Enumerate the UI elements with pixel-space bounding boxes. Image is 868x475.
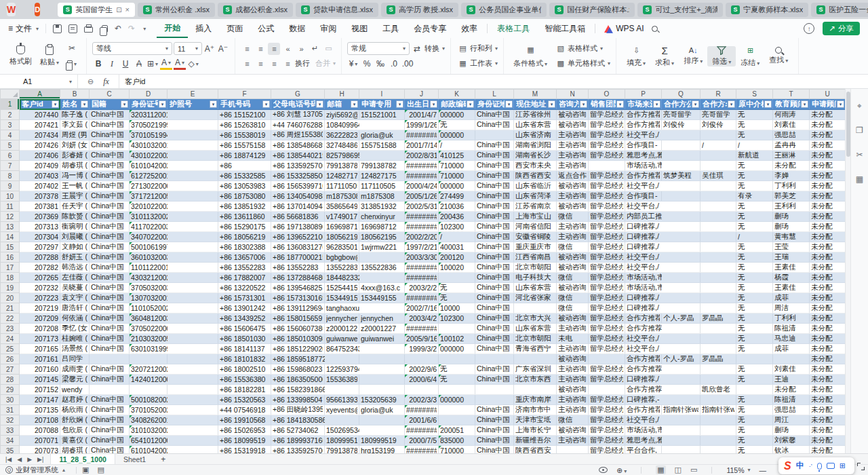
cell[interactable]: 留学总经办 <box>589 110 625 120</box>
cell[interactable]: China中国 <box>90 232 130 242</box>
row-header[interactable]: 28 <box>1 375 20 385</box>
cell[interactable]: China中国 <box>90 405 130 415</box>
cell[interactable]: +86 1580156591 <box>271 314 325 324</box>
cell[interactable]: 合作方推荐 <box>625 120 662 130</box>
cell[interactable] <box>662 334 701 344</box>
cell[interactable]: 无 <box>736 212 773 222</box>
row-header[interactable]: 1 <box>1 99 20 110</box>
cell[interactable] <box>167 212 218 222</box>
cell[interactable]: 左佳薇 (女 <box>60 273 90 283</box>
cell[interactable]: 被动咨询 <box>557 314 589 324</box>
cell[interactable]: 无 <box>736 181 773 191</box>
cell[interactable]: +86 1565399710 <box>271 181 325 191</box>
cell[interactable]: 710000 <box>439 446 475 454</box>
indent-decrease-icon[interactable]: « <box>281 43 294 55</box>
cell[interactable]: 207381 <box>20 202 60 212</box>
cell[interactable]: 蒯玚 <box>773 425 810 436</box>
font-size-select[interactable]: 11▾ <box>174 42 202 55</box>
cell[interactable]: China中国 <box>90 324 130 334</box>
cell[interactable]: 180999519 <box>325 436 359 446</box>
cell[interactable]: +86 15263810 <box>218 120 271 130</box>
cut-button[interactable]: ✂ <box>66 42 78 54</box>
cell[interactable] <box>359 120 405 130</box>
cell[interactable]: 有录 <box>736 191 773 202</box>
cell[interactable]: 无 <box>736 436 773 446</box>
strikethrough-button[interactable]: A <box>133 58 145 70</box>
row-header[interactable]: 10 <box>1 191 20 202</box>
cell[interactable] <box>475 385 514 395</box>
cell[interactable]: China中国 <box>90 263 130 273</box>
cell[interactable]: +86 1899937166 <box>271 436 325 446</box>
cell[interactable]: +86 1339985047 <box>271 395 325 405</box>
cell[interactable]: +86 1395468251 <box>271 283 325 293</box>
cell[interactable]: 207406 <box>20 151 60 161</box>
cell[interactable]: China中国 <box>90 120 130 130</box>
cell[interactable]: 主动咨询 <box>557 364 589 375</box>
cell[interactable]: 丁利利 <box>773 181 810 191</box>
cell[interactable]: +86 18182281 <box>218 385 271 395</box>
cell[interactable]: 陈子逸 (男 <box>60 110 90 120</box>
row-header[interactable]: 32 <box>1 415 20 425</box>
insert-function-icon[interactable]: fx <box>103 77 109 87</box>
cell[interactable]: 留学总经办 <box>589 425 625 436</box>
cell[interactable] <box>167 293 218 303</box>
cell[interactable] <box>662 252 701 263</box>
cell[interactable]: / <box>736 232 773 242</box>
cell[interactable]: 留学总经办 <box>589 446 625 454</box>
cell[interactable]: 无 <box>439 293 475 303</box>
cell[interactable] <box>167 436 218 446</box>
cell[interactable]: 未分配 <box>810 364 846 375</box>
cell[interactable]: +86 15536380 <box>218 375 271 385</box>
merge-button[interactable]: 合并 <box>315 58 330 69</box>
cell[interactable]: chenxinyur <box>359 212 405 222</box>
cell[interactable]: China中国 <box>90 314 130 324</box>
column-letter-header[interactable]: T <box>773 90 810 99</box>
cell[interactable]: 新航道 <box>736 151 773 161</box>
cell[interactable]: 15536389 <box>325 375 359 385</box>
cell[interactable]: 主动咨询 <box>557 436 589 446</box>
cell[interactable]: +86 13552283 <box>218 263 271 273</box>
cell[interactable] <box>662 212 701 222</box>
cell[interactable]: 合作方推荐 <box>625 110 662 120</box>
filter-button[interactable]: ▾ <box>81 100 88 108</box>
filter-button[interactable]: ▾ <box>801 100 808 108</box>
ime-language-toggle[interactable]: 中 <box>796 460 804 472</box>
filter-button[interactable]: ▾ <box>159 100 166 108</box>
cell[interactable]: +86 1841830586 <box>271 415 325 425</box>
column-letter-header[interactable]: J <box>405 90 439 99</box>
cell[interactable]: 王素佳 <box>773 283 810 293</box>
cell[interactable]: 周煜 (男) <box>60 130 90 140</box>
cell[interactable] <box>167 314 218 324</box>
row-header[interactable]: 30 <box>1 395 20 405</box>
cell[interactable]: 罗晶晶 <box>701 354 736 364</box>
paste-button[interactable]: 粘贴▾ <box>36 40 63 73</box>
formula-collapse-icon[interactable]: ⊖ <box>87 77 94 86</box>
cell[interactable] <box>662 181 701 191</box>
cell[interactable]: 个人-罗晶 <box>662 354 701 364</box>
cell[interactable] <box>701 446 736 454</box>
status-doc-icon[interactable]: ▤ <box>97 466 104 474</box>
cell[interactable]: 留学总经办 <box>589 293 625 303</box>
cell[interactable]: 吕同学 <box>60 354 90 364</box>
cell[interactable]: 32010220020531242X <box>130 202 167 212</box>
cell[interactable] <box>439 354 475 364</box>
cell[interactable] <box>514 385 557 395</box>
cell[interactable]: 季忆 (女) <box>60 324 90 334</box>
cell[interactable]: 207152 <box>20 385 60 395</box>
cell[interactable]: 青海省西宁 <box>514 344 557 354</box>
cell[interactable]: 未分配 <box>810 303 846 314</box>
cell[interactable] <box>662 293 701 303</box>
cell[interactable]: 207402 <box>20 181 60 191</box>
cell[interactable]: China中国 <box>475 303 514 314</box>
fill-button[interactable]: ⇩ 填充▾ <box>622 44 650 68</box>
cell[interactable]: 亮哥留学 <box>662 110 701 120</box>
cell[interactable]: 河南省信阳 <box>514 222 557 232</box>
cell[interactable] <box>359 375 405 385</box>
cell[interactable]: +86 15575158 <box>218 140 271 151</box>
cell[interactable]: 362228235 <box>325 130 359 140</box>
cell[interactable]: 200051 <box>439 425 475 436</box>
cell[interactable]: 衡琬明 (女 <box>60 222 90 232</box>
cell[interactable] <box>325 415 359 425</box>
cell[interactable]: 韩浩远 (男 <box>60 263 90 273</box>
cell[interactable]: 2000/6/4 <box>405 375 439 385</box>
